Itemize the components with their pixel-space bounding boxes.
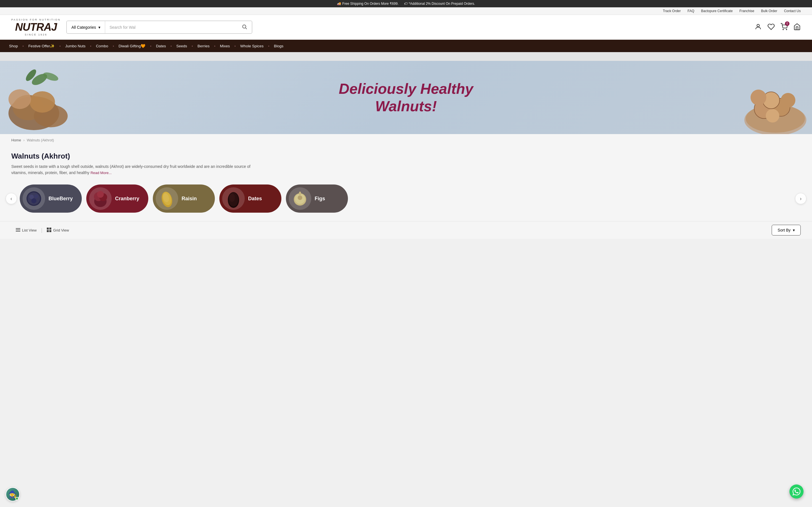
carousel-next-button[interactable]: ›	[795, 193, 806, 204]
svg-point-41	[298, 195, 302, 200]
category-card-dates[interactable]: Dates	[219, 184, 282, 213]
search-input[interactable]	[105, 21, 238, 33]
nav-blogs[interactable]: Blogs	[270, 40, 287, 52]
wishlist-icon-button[interactable]	[767, 23, 775, 32]
discount-text: 🏷 *Additional 2% Discount On Prepaid Ord…	[404, 2, 475, 6]
nav-jumbo-nuts[interactable]: Jumbo Nuts	[62, 40, 89, 52]
hero-heading: Deliciously Healthy Walnuts!	[339, 80, 473, 115]
category-carousel: ‹ BlueBerry	[0, 176, 812, 221]
faq-link[interactable]: FAQ	[688, 9, 695, 13]
cart-icon-button[interactable]: 0	[780, 23, 788, 32]
nav-seeds[interactable]: Seeds	[173, 40, 190, 52]
svg-rect-46	[47, 228, 49, 230]
logo[interactable]: PASSION FOR NUTRITION NUTRAJ SINCE 1926	[11, 18, 61, 36]
nav-festive-offer[interactable]: Festive Offer✨	[25, 40, 58, 52]
blueberry-label: BlueBerry	[49, 196, 73, 202]
breadcrumb: Home › Walnuts (Akhrot)	[0, 134, 812, 146]
svg-point-21	[751, 90, 766, 105]
hero-walnut-left	[6, 62, 85, 131]
svg-point-3	[783, 29, 783, 30]
raisin-image	[156, 187, 178, 210]
svg-point-42	[299, 191, 301, 196]
hero-line1: Deliciously Healthy	[339, 80, 473, 97]
tag-icon: 🏷	[404, 2, 407, 6]
figs-label: Figs	[315, 196, 325, 202]
shipping-text: 🚚 Free Shipping On Orders More ₹699.	[337, 2, 398, 6]
dates-image	[222, 187, 245, 210]
cranberry-label: Cranberry	[115, 196, 139, 202]
nav-berries[interactable]: Berries	[194, 40, 213, 52]
grid-view-button[interactable]: Grid View	[42, 225, 73, 235]
grid-icon	[47, 228, 51, 233]
hero-walnut-right	[739, 64, 809, 134]
sort-chevron-icon: ▾	[793, 228, 795, 232]
nav-combo[interactable]: Combo	[93, 40, 112, 52]
raisin-label: Raisin	[182, 196, 197, 202]
view-toggle: List View | Grid View	[11, 225, 73, 235]
category-card-blueberry[interactable]: BlueBerry	[20, 184, 82, 213]
list-icon	[16, 228, 20, 233]
contact-link[interactable]: Contact Us	[784, 9, 801, 13]
header-icons: 0	[755, 23, 801, 32]
nav-dates[interactable]: Dates	[153, 40, 169, 52]
top-nav: Track Order FAQ Bactopure Certificate Fr…	[0, 7, 812, 15]
truck-icon: 🚚	[337, 2, 341, 6]
chevron-down-icon: ▾	[98, 25, 100, 30]
breadcrumb-separator: ›	[23, 138, 24, 142]
header: PASSION FOR NUTRITION NUTRAJ SINCE 1926 …	[0, 15, 812, 40]
search-button[interactable]	[237, 21, 252, 33]
svg-point-0	[243, 25, 246, 28]
bactopure-link[interactable]: Bactopure Certificate	[701, 9, 733, 13]
hero-text: Deliciously Healthy Walnuts!	[339, 80, 473, 115]
blueberry-image	[22, 187, 45, 210]
cart-badge: 0	[785, 21, 790, 26]
bulk-order-link[interactable]: Bulk Order	[761, 9, 777, 13]
nav-diwali-gifting[interactable]: Diwali Gifting🧡	[115, 40, 149, 52]
list-view-button[interactable]: List View	[11, 225, 41, 235]
product-description: Sweet seeds in taste with a tough shell …	[11, 163, 265, 176]
track-order-link[interactable]: Track Order	[663, 9, 681, 13]
user-icon-button[interactable]	[755, 23, 762, 32]
logo-name: NUTRAJ	[15, 21, 57, 33]
store-icon-button[interactable]	[794, 23, 801, 32]
product-title: Walnuts (Akhrot)	[11, 152, 801, 161]
breadcrumb-current: Walnuts (Akhrot)	[27, 138, 54, 142]
carousel-prev-button[interactable]: ‹	[6, 193, 17, 204]
svg-rect-43	[16, 228, 20, 229]
svg-rect-48	[47, 230, 49, 232]
svg-rect-45	[16, 231, 20, 231]
svg-rect-49	[49, 230, 51, 232]
search-bar: All Categories ▾	[66, 20, 252, 34]
svg-point-4	[786, 29, 787, 30]
logo-passion: PASSION FOR NUTRITION	[11, 18, 61, 21]
logo-since: SINCE 1926	[25, 33, 47, 36]
category-card-figs[interactable]: Figs	[286, 184, 348, 213]
category-card-raisin[interactable]: Raisin	[153, 184, 215, 213]
dates-label: Dates	[248, 196, 262, 202]
franchise-link[interactable]: Franchise	[740, 9, 755, 13]
category-dropdown[interactable]: All Categories ▾	[67, 21, 105, 33]
read-more-link[interactable]: Read More...	[91, 171, 112, 175]
category-card-cranberry[interactable]: Cranberry	[86, 184, 148, 213]
hero-banner: Deliciously Healthy Walnuts!	[0, 61, 812, 134]
svg-rect-44	[16, 230, 20, 230]
svg-point-11	[42, 71, 59, 82]
svg-point-38	[229, 193, 235, 202]
sort-by-button[interactable]: Sort By ▾	[772, 225, 801, 235]
cranberry-image	[89, 187, 112, 210]
svg-point-8	[30, 91, 55, 113]
breadcrumb-home[interactable]: Home	[11, 138, 21, 142]
svg-point-22	[781, 93, 795, 108]
figs-image	[289, 187, 311, 210]
ticker-text: nutraj.com nutraj.com is the ONLY websit…	[0, 54, 812, 59]
category-cards: BlueBerry Cranberry	[20, 184, 792, 213]
nav-whole-spices[interactable]: Whole Spices	[237, 40, 267, 52]
search-icon	[242, 24, 247, 31]
hero-line2: Walnuts!	[375, 98, 437, 114]
svg-point-32	[97, 191, 104, 198]
product-section: Walnuts (Akhrot) Sweet seeds in taste wi…	[0, 146, 812, 176]
bottom-toolbar: List View | Grid View Sort By ▾	[0, 221, 812, 239]
nav-shop[interactable]: Shop	[6, 40, 21, 52]
nav-mixes[interactable]: Mixes	[216, 40, 233, 52]
svg-point-2	[757, 24, 760, 27]
